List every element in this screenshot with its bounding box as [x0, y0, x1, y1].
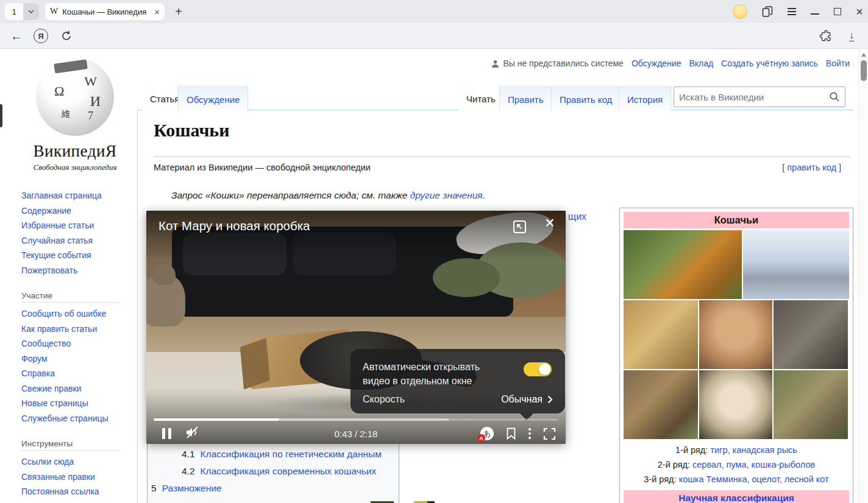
- tab-list-chevron[interactable]: [23, 3, 39, 20]
- auto-open-label: Автоматически открывать видео в отдельно…: [363, 360, 509, 388]
- sidebar-item-help[interactable]: Справка: [21, 368, 55, 378]
- side-panel-handle[interactable]: [0, 104, 2, 127]
- toc-item-5[interactable]: 5Размножение: [151, 483, 222, 494]
- caption-links-1[interactable]: тигр, канадская рысь: [708, 445, 797, 455]
- sidebar-tools-nav: Ссылки сюда Связанные правки Постоянная …: [21, 454, 133, 499]
- search-icon[interactable]: [829, 91, 840, 102]
- wiki-search-box[interactable]: [674, 86, 845, 107]
- tab-close-icon[interactable]: ×: [154, 7, 160, 17]
- hatnote: Запрос «Кошки» перенаправляется сюда; см…: [171, 190, 485, 201]
- sidebar-item-featured[interactable]: Избранные статьи: [21, 220, 94, 230]
- content-left-border: [137, 110, 138, 503]
- back-button[interactable]: ←: [7, 23, 26, 49]
- sidebar-item-community[interactable]: Сообщество: [21, 339, 71, 348]
- page-scrollbar[interactable]: [858, 49, 868, 503]
- sidebar-item-permanent-link[interactable]: Постоянная ссылка: [21, 487, 99, 496]
- browser-tab-strip: 1 W Кошачьи — Википедия × + ×: [0, 0, 868, 23]
- sidebar-item-report-error[interactable]: Сообщить об ошибке: [21, 309, 106, 318]
- side-panels-icon[interactable]: [762, 6, 773, 17]
- tab-counter-button[interactable]: 1: [5, 3, 39, 20]
- scientific-classification-header: Научная классификация: [624, 490, 849, 503]
- auto-open-toggle[interactable]: [524, 362, 552, 376]
- sidebar-item-what-links-here[interactable]: Ссылки сюда: [21, 457, 74, 466]
- video-title: Кот Мару и новая коробка: [158, 219, 310, 233]
- serval-photo[interactable]: [624, 300, 698, 369]
- wikipedia-page: Вы не представились системе Обсуждение В…: [0, 49, 868, 503]
- sidebar-item-how-to-edit[interactable]: Как править статьи: [21, 324, 97, 334]
- wildcat-photo[interactable]: [774, 370, 848, 439]
- browser-toolbar: ← Я ru.wikipedia.org Кошачьи — Википедия…: [0, 23, 868, 49]
- tab-edit-source[interactable]: Править код: [551, 86, 621, 110]
- exit-pip-icon: [513, 220, 527, 234]
- downloads-button[interactable]: ↓: [842, 23, 861, 49]
- video-close-button[interactable]: ×: [545, 214, 555, 231]
- sidebar-item-forum[interactable]: Форум: [21, 354, 48, 364]
- truncated-text-fragment[interactable]: щих: [568, 211, 586, 222]
- personal-link-contributions[interactable]: Вклад: [689, 58, 713, 68]
- browser-tab[interactable]: W Кошачьи — Википедия ×: [45, 3, 165, 20]
- sidebar-item-random[interactable]: Случайная статья: [21, 236, 93, 245]
- chevron-right-icon: [547, 395, 553, 404]
- menu-button[interactable]: [788, 6, 796, 17]
- sidebar-item-main-page[interactable]: Заглавная страница: [21, 191, 102, 200]
- edit-source-link[interactable]: [ править код ]: [782, 163, 841, 172]
- tab-discussion[interactable]: Обсуждение: [178, 86, 248, 110]
- extensions-button[interactable]: [817, 23, 835, 49]
- sidebar-item-special-pages[interactable]: Служебные страницы: [21, 413, 108, 423]
- video-progress-bar[interactable]: [154, 418, 558, 421]
- taxobox-captions: 1-й ряд: тигр, канадская рысь 2-й ряд: с…: [624, 443, 849, 487]
- wikipedia-wordmark: ВикипедиЯ: [17, 142, 133, 161]
- video-controls: 0:43 / 2:18 あ A: [146, 424, 566, 443]
- sidebar-item-new-pages[interactable]: Новые страницы: [21, 398, 88, 408]
- scroll-up-arrow[interactable]: [861, 53, 866, 57]
- profile-avatar[interactable]: [733, 4, 747, 19]
- puzzle-icon: [819, 29, 833, 43]
- chevron-down-icon: [28, 10, 34, 13]
- sidebar-main-nav: Заглавная страница Содержание Избранные …: [21, 188, 133, 278]
- sidebar-item-donate[interactable]: Пожертвовать: [21, 266, 77, 275]
- article-title: Кошачьи: [154, 120, 229, 141]
- puma-photo[interactable]: [699, 300, 772, 369]
- personal-link-login[interactable]: Войти: [826, 58, 850, 68]
- article-tab-row: Статья Обсуждение Читать Править Править…: [137, 86, 853, 110]
- exit-pip-button[interactable]: [513, 220, 527, 236]
- speed-value-button[interactable]: Обычная: [501, 394, 553, 405]
- video-player[interactable]: Кот Мару и новая коробка × Автоматически…: [146, 211, 566, 444]
- ocelot-photo[interactable]: [699, 370, 772, 439]
- search-input[interactable]: [679, 92, 829, 102]
- sidebar-item-recent-changes[interactable]: Свежие правки: [21, 384, 81, 393]
- tab-read[interactable]: Читать: [458, 86, 503, 110]
- sidebar-item-contents[interactable]: Содержание: [21, 206, 71, 216]
- sidebar-item-related-changes[interactable]: Связанные правки: [21, 472, 95, 482]
- tab-count: 1: [5, 3, 23, 20]
- login-status: Вы не представились системе: [491, 58, 623, 68]
- caption-links-3[interactable]: кошка Темминка, оцелот, лесной кот: [677, 474, 829, 484]
- hatnote-link[interactable]: другие значения: [410, 190, 483, 200]
- canada-lynx-photo[interactable]: [743, 230, 849, 299]
- minimize-button[interactable]: [811, 13, 819, 15]
- personal-link-discussion[interactable]: Обсуждение: [631, 58, 681, 68]
- tab-history[interactable]: История: [619, 86, 671, 110]
- tiger-photo[interactable]: [624, 230, 742, 299]
- toc-item-4-1[interactable]: 4.1Классификация по генетическим данным: [182, 449, 382, 460]
- refresh-button[interactable]: [57, 23, 76, 49]
- caption-row-2: 2-й ряд: сервал, пума, кошка-рыболов: [624, 457, 849, 472]
- scrollbar-thumb[interactable]: [861, 60, 867, 81]
- window-close-button[interactable]: ×: [856, 5, 863, 18]
- sidebar-item-current-events[interactable]: Текущие события: [21, 250, 91, 260]
- toc-item-4-2[interactable]: 4.2Классификация современных кошачьих: [182, 466, 376, 477]
- yandex-button[interactable]: Я: [32, 23, 50, 49]
- tab-edit[interactable]: Править: [499, 86, 552, 110]
- translate-video-button[interactable]: あ A: [480, 427, 494, 440]
- wikipedia-globe-logo[interactable]: W И Ω 維 7: [36, 58, 114, 136]
- fishing-cat-photo[interactable]: [774, 300, 848, 369]
- green-pillow: [433, 258, 500, 297]
- sitting-cat: [146, 274, 185, 326]
- maximize-button[interactable]: [834, 8, 841, 15]
- sidebar-heading-participation: Участие: [21, 291, 119, 303]
- new-tab-button[interactable]: +: [171, 4, 187, 19]
- personal-link-create-account[interactable]: Создать учётную запись: [721, 58, 818, 68]
- caption-links-2[interactable]: сервал, пума, кошка-рыболов: [690, 460, 815, 470]
- translate-badge: A: [477, 434, 485, 442]
- temminck-cat-photo[interactable]: [624, 370, 698, 439]
